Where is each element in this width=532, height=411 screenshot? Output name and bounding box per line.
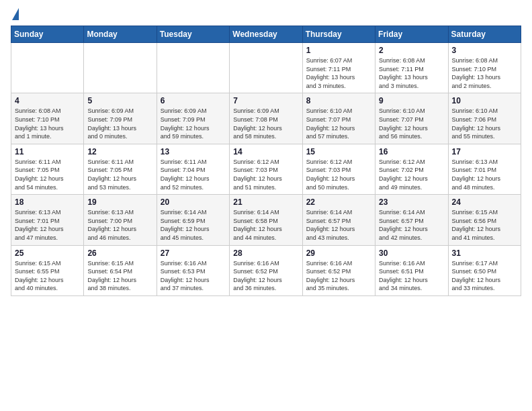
day-number: 11 (15, 147, 80, 156)
calendar-cell: 4Sunrise: 6:08 AM Sunset: 7:10 PM Daylig… (11, 93, 84, 144)
day-info: Sunrise: 6:09 AM Sunset: 7:08 PM Dayligh… (233, 107, 298, 140)
calendar-week-5: 25Sunrise: 6:15 AM Sunset: 6:55 PM Dayli… (11, 245, 521, 295)
day-number: 21 (233, 197, 298, 207)
day-info: Sunrise: 6:15 AM Sunset: 6:56 PM Dayligh… (452, 208, 517, 242)
day-number: 13 (161, 147, 226, 156)
calendar-cell: 13Sunrise: 6:11 AM Sunset: 7:04 PM Dayli… (157, 144, 229, 194)
calendar-cell: 11Sunrise: 6:11 AM Sunset: 7:05 PM Dayli… (11, 144, 84, 194)
day-info: Sunrise: 6:14 AM Sunset: 6:59 PM Dayligh… (161, 208, 226, 242)
day-number: 15 (306, 147, 371, 156)
calendar-cell: 21Sunrise: 6:14 AM Sunset: 6:58 PM Dayli… (230, 195, 302, 245)
day-info: Sunrise: 6:16 AM Sunset: 6:52 PM Dayligh… (306, 259, 371, 293)
day-number: 12 (87, 147, 152, 156)
calendar-week-3: 11Sunrise: 6:11 AM Sunset: 7:05 PM Dayli… (11, 144, 521, 194)
calendar-table: SundayMondayTuesdayWednesdayThursdayFrid… (11, 26, 521, 296)
day-number: 6 (161, 96, 226, 105)
calendar-cell: 6Sunrise: 6:09 AM Sunset: 7:09 PM Daylig… (157, 93, 229, 144)
day-number: 20 (161, 197, 226, 207)
day-number: 29 (306, 248, 371, 258)
day-number: 1 (306, 46, 371, 55)
day-info: Sunrise: 6:16 AM Sunset: 6:53 PM Dayligh… (161, 259, 226, 293)
day-info: Sunrise: 6:15 AM Sunset: 6:54 PM Dayligh… (87, 259, 152, 293)
day-info: Sunrise: 6:11 AM Sunset: 7:04 PM Dayligh… (161, 158, 226, 191)
calendar-cell: 3Sunrise: 6:08 AM Sunset: 7:10 PM Daylig… (448, 43, 521, 93)
calendar-cell (157, 43, 229, 93)
day-number: 17 (452, 147, 517, 156)
calendar-week-4: 18Sunrise: 6:13 AM Sunset: 7:01 PM Dayli… (11, 195, 521, 245)
calendar-cell: 29Sunrise: 6:16 AM Sunset: 6:52 PM Dayli… (302, 245, 375, 295)
day-number: 16 (379, 147, 444, 156)
day-info: Sunrise: 6:12 AM Sunset: 7:03 PM Dayligh… (306, 158, 371, 191)
calendar-cell: 18Sunrise: 6:13 AM Sunset: 7:01 PM Dayli… (11, 195, 84, 245)
calendar-week-2: 4Sunrise: 6:08 AM Sunset: 7:10 PM Daylig… (11, 93, 521, 144)
calendar-cell: 16Sunrise: 6:12 AM Sunset: 7:02 PM Dayli… (375, 144, 448, 194)
day-info: Sunrise: 6:13 AM Sunset: 7:00 PM Dayligh… (87, 208, 152, 242)
header (11, 11, 521, 20)
logo (11, 11, 19, 20)
day-info: Sunrise: 6:17 AM Sunset: 6:50 PM Dayligh… (452, 259, 517, 293)
day-number: 31 (452, 248, 517, 258)
day-number: 5 (87, 96, 152, 105)
day-number: 18 (15, 197, 80, 207)
weekday-header-tuesday: Tuesday (157, 26, 229, 43)
day-number: 14 (233, 147, 298, 156)
day-number: 3 (452, 46, 517, 55)
day-number: 26 (87, 248, 152, 258)
day-info: Sunrise: 6:13 AM Sunset: 7:01 PM Dayligh… (15, 208, 80, 242)
weekday-header-monday: Monday (84, 26, 157, 43)
day-info: Sunrise: 6:14 AM Sunset: 6:57 PM Dayligh… (306, 208, 371, 242)
day-info: Sunrise: 6:11 AM Sunset: 7:05 PM Dayligh… (87, 158, 152, 191)
calendar-cell: 27Sunrise: 6:16 AM Sunset: 6:53 PM Dayli… (157, 245, 229, 295)
calendar-cell (84, 43, 157, 93)
day-number: 25 (15, 248, 80, 258)
day-info: Sunrise: 6:12 AM Sunset: 7:02 PM Dayligh… (379, 158, 444, 191)
calendar-cell: 24Sunrise: 6:15 AM Sunset: 6:56 PM Dayli… (448, 195, 521, 245)
calendar-cell: 26Sunrise: 6:15 AM Sunset: 6:54 PM Dayli… (84, 245, 157, 295)
day-info: Sunrise: 6:09 AM Sunset: 7:09 PM Dayligh… (87, 107, 152, 140)
calendar-cell (11, 43, 84, 93)
weekday-header-row: SundayMondayTuesdayWednesdayThursdayFrid… (11, 26, 521, 43)
day-number: 22 (306, 197, 371, 207)
day-number: 28 (233, 248, 298, 258)
day-info: Sunrise: 6:08 AM Sunset: 7:10 PM Dayligh… (15, 107, 80, 140)
day-info: Sunrise: 6:16 AM Sunset: 6:51 PM Dayligh… (379, 259, 444, 293)
calendar-cell: 8Sunrise: 6:10 AM Sunset: 7:07 PM Daylig… (302, 93, 375, 144)
calendar-cell: 31Sunrise: 6:17 AM Sunset: 6:50 PM Dayli… (448, 245, 521, 295)
day-info: Sunrise: 6:10 AM Sunset: 7:07 PM Dayligh… (306, 107, 371, 140)
day-info: Sunrise: 6:08 AM Sunset: 7:10 PM Dayligh… (452, 56, 517, 90)
day-number: 9 (379, 96, 444, 105)
calendar-cell: 9Sunrise: 6:10 AM Sunset: 7:07 PM Daylig… (375, 93, 448, 144)
calendar-body: 1Sunrise: 6:07 AM Sunset: 7:11 PM Daylig… (11, 43, 521, 296)
calendar-cell: 25Sunrise: 6:15 AM Sunset: 6:55 PM Dayli… (11, 245, 84, 295)
day-info: Sunrise: 6:14 AM Sunset: 6:57 PM Dayligh… (379, 208, 444, 242)
day-number: 24 (452, 197, 517, 207)
day-number: 30 (379, 248, 444, 258)
day-info: Sunrise: 6:10 AM Sunset: 7:07 PM Dayligh… (379, 107, 444, 140)
weekday-header-saturday: Saturday (448, 26, 521, 43)
day-info: Sunrise: 6:13 AM Sunset: 7:01 PM Dayligh… (452, 158, 517, 191)
day-info: Sunrise: 6:07 AM Sunset: 7:11 PM Dayligh… (306, 56, 371, 90)
calendar-cell: 1Sunrise: 6:07 AM Sunset: 7:11 PM Daylig… (302, 43, 375, 93)
calendar-cell: 2Sunrise: 6:08 AM Sunset: 7:11 PM Daylig… (375, 43, 448, 93)
day-number: 8 (306, 96, 371, 105)
weekday-header-thursday: Thursday (302, 26, 375, 43)
weekday-header-wednesday: Wednesday (230, 26, 302, 43)
calendar-cell: 20Sunrise: 6:14 AM Sunset: 6:59 PM Dayli… (157, 195, 229, 245)
day-info: Sunrise: 6:16 AM Sunset: 6:52 PM Dayligh… (233, 259, 298, 293)
weekday-header-friday: Friday (375, 26, 448, 43)
day-number: 27 (161, 248, 226, 258)
day-number: 10 (452, 96, 517, 105)
calendar-cell: 5Sunrise: 6:09 AM Sunset: 7:09 PM Daylig… (84, 93, 157, 144)
day-number: 4 (15, 96, 80, 105)
calendar-cell: 12Sunrise: 6:11 AM Sunset: 7:05 PM Dayli… (84, 144, 157, 194)
day-info: Sunrise: 6:15 AM Sunset: 6:55 PM Dayligh… (15, 259, 80, 293)
calendar-cell: 28Sunrise: 6:16 AM Sunset: 6:52 PM Dayli… (230, 245, 302, 295)
day-info: Sunrise: 6:11 AM Sunset: 7:05 PM Dayligh… (15, 158, 80, 191)
calendar-cell: 14Sunrise: 6:12 AM Sunset: 7:03 PM Dayli… (230, 144, 302, 194)
calendar-cell: 10Sunrise: 6:10 AM Sunset: 7:06 PM Dayli… (448, 93, 521, 144)
calendar-cell: 17Sunrise: 6:13 AM Sunset: 7:01 PM Dayli… (448, 144, 521, 194)
day-info: Sunrise: 6:09 AM Sunset: 7:09 PM Dayligh… (161, 107, 226, 140)
calendar-cell: 23Sunrise: 6:14 AM Sunset: 6:57 PM Dayli… (375, 195, 448, 245)
calendar-cell: 22Sunrise: 6:14 AM Sunset: 6:57 PM Dayli… (302, 195, 375, 245)
weekday-header-sunday: Sunday (11, 26, 84, 43)
